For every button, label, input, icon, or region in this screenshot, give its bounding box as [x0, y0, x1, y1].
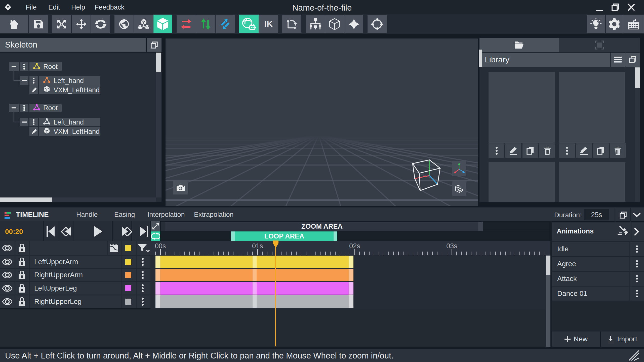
svg-text:Left_hand: Left_hand	[54, 118, 84, 126]
svg-text:Left_hand: Left_hand	[54, 77, 84, 85]
svg-text:Root: Root	[43, 104, 58, 112]
svg-text:VXM_LeftHand: VXM_LeftHand	[54, 128, 100, 135]
svg-text:VXM_LeftHand: VXM_LeftHand	[54, 86, 100, 94]
svg-text:Root: Root	[43, 63, 58, 70]
